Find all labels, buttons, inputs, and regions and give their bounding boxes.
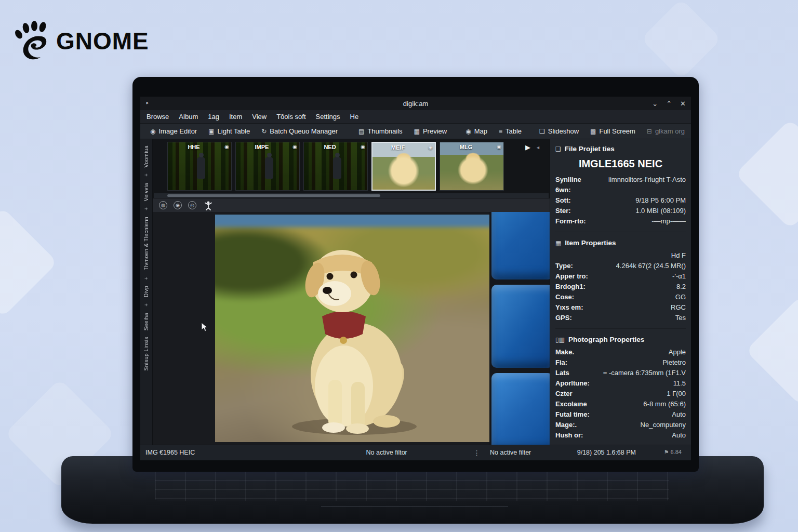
main-area: HHE ◉ IMPE ◉ NED ◉ MEIF [153, 139, 550, 445]
laptop-screen: ‣ digik:am ⌄ ⌃ ✕ Browse Album 1ag Item V… [132, 77, 699, 472]
full-screen-button[interactable]: ▩ Full Screem [586, 126, 640, 136]
map-button[interactable]: ◉ Map [461, 126, 492, 136]
item-properties-header[interactable]: ▦ Item Properties [555, 236, 686, 250]
photograph-properties-title: Photograph Properties [568, 336, 644, 343]
property-label: Excolaıne [555, 400, 587, 408]
menu-browse[interactable]: Browse [147, 113, 169, 121]
property-label: Type: [555, 262, 573, 270]
property-row: Mage:. Ne_computeny [555, 419, 686, 430]
puppy-illustration [215, 215, 489, 442]
thumbnail-ned[interactable]: NED ◉ [303, 142, 368, 191]
menu-bar: Browse Album 1ag Item View Tōols soft Se… [140, 110, 691, 124]
file-properties-header[interactable]: ❑ File Projiet ties [555, 142, 686, 156]
property-value: 1 Г(00 [667, 390, 686, 397]
rotate-icon[interactable]: ◉ [174, 201, 182, 209]
slideshow-button[interactable]: ❏ Slideshow [535, 126, 583, 136]
property-row: Type: 4.264k 67(2 (24.5 MR() [555, 260, 686, 271]
sidebar-tab-2[interactable]: Veivvia [143, 183, 149, 201]
property-value: = -camera 6:735mm (1F1.V [603, 369, 686, 377]
status-filter-2[interactable]: No active filter [490, 449, 531, 456]
preview-button[interactable]: ▦ Preview [409, 126, 452, 136]
close-icon[interactable]: ✕ [680, 100, 686, 108]
slideshow-label: Slideshow [548, 127, 579, 135]
menu-help[interactable]: He [350, 113, 359, 121]
menu-album[interactable]: Album [179, 113, 198, 121]
person-figure [333, 157, 341, 179]
maximize-icon[interactable]: ⌃ [666, 100, 672, 108]
property-value: Apple [669, 348, 686, 356]
property-value: -'-α1 [672, 272, 686, 280]
menu-item[interactable]: Item [229, 113, 242, 121]
sidebar-separator: + [143, 303, 149, 307]
image-editor-button[interactable]: ◉ Image Editor [145, 126, 202, 136]
property-value: 11.5 [673, 379, 686, 387]
scrollbar-handle[interactable] [167, 194, 380, 197]
property-label: Make. [555, 348, 574, 356]
property-row: Fia: Pietetro [555, 357, 686, 367]
geolocation-icon[interactable]: ◍ [159, 201, 167, 209]
title-bar[interactable]: ‣ digik:am ⌄ ⌃ ✕ [140, 97, 691, 110]
property-row: Brdogh1: 8.2 [555, 281, 686, 291]
thumbnail-meif-selected[interactable]: MEIF ◉ [371, 142, 436, 191]
preview-toolbar: ◍ ◉ ◎ [153, 198, 550, 212]
property-value: 4.264k 67(2 (24.5 MR() [616, 262, 686, 270]
property-label: Cose: [555, 293, 574, 301]
file-properties-icon: ❑ [555, 145, 561, 153]
sidebar-tab-5[interactable]: Seeiha [143, 313, 149, 330]
thumbnail-hhe[interactable]: HHE ◉ [167, 142, 232, 191]
next-arrow-icon[interactable]: ▶ [525, 143, 530, 151]
property-value: 8.2 [676, 283, 686, 290]
property-value: -—mp-—— [651, 217, 686, 225]
status-filter-1[interactable]: No active filtor [366, 449, 407, 456]
full-screen-label: Full Screem [599, 127, 635, 135]
sidebar-tab-3[interactable]: Tlvmoen & Tlecnienn [143, 217, 149, 270]
thumbnails-button[interactable]: ▤ Thumbnails [354, 126, 407, 136]
property-value: Auto [672, 431, 686, 439]
photograph-properties-header[interactable]: ▯▥ Photograph Properties [555, 333, 686, 347]
sidebar-tab-4[interactable]: Divp [143, 286, 149, 297]
property-label: Aporltune: [555, 379, 590, 387]
table-button[interactable]: ≡ Table [494, 126, 526, 136]
menu-tools[interactable]: Tōols soft [276, 113, 305, 121]
face-scan-icon[interactable] [203, 201, 214, 209]
thumbnails-label: Thumbnails [367, 127, 402, 135]
batch-queue-button[interactable]: ↻ Batch Queuo Manager [257, 126, 342, 136]
property-row: Aporltune: 11.5 [555, 378, 686, 388]
thumbnail-label: IMPE [236, 144, 288, 150]
property-label: Lats [555, 369, 569, 377]
digikam-org-button[interactable]: ⊟ glkam org [642, 126, 689, 136]
blue-cubes-panel [489, 212, 550, 445]
sidebar-separator: + [143, 207, 149, 210]
sidebar-separator: + [143, 174, 149, 177]
property-row: Yıxs em: RGC [555, 302, 686, 312]
light-table-button[interactable]: ▣ Light Table [204, 126, 255, 136]
digikam-window: ‣ digik:am ⌄ ⌃ ✕ Browse Album 1ag Item V… [140, 97, 691, 460]
properties-panel: ❑ File Projiet ties IMGLE1665 NEIC Synll… [550, 139, 691, 445]
table-label: Table [506, 127, 522, 135]
property-value: Tes [675, 314, 686, 322]
slideshow-icon: ❏ [539, 128, 545, 135]
preview-canvas[interactable] [153, 212, 550, 445]
batch-queue-icon: ↻ [261, 128, 267, 135]
horizontal-scrollbar[interactable] [154, 193, 549, 198]
tag-icon[interactable]: ◎ [188, 201, 196, 209]
digikam-org-icon: ⊟ [647, 128, 652, 135]
thumbnail-impe[interactable]: IMPE ◉ [235, 142, 300, 191]
sidebar-tab-6[interactable]: Snisup Linsis [143, 337, 149, 370]
thumbnail-mlg[interactable]: MLG ◉ [440, 142, 504, 191]
menu-view[interactable]: View [252, 113, 267, 121]
light-table-label: Light Table [218, 127, 250, 135]
menu-tag[interactable]: 1ag [208, 113, 219, 121]
minimize-icon[interactable]: ⌄ [652, 100, 658, 108]
flag-icon: ⚑ [664, 449, 669, 455]
prev-arrow-icon[interactable]: ◄ [536, 145, 540, 150]
menu-settings[interactable]: Settings [316, 113, 340, 121]
status-divider-icon: ⋮ [473, 449, 480, 457]
sidebar-tab-1[interactable]: Voomiua [143, 145, 149, 167]
window-controls: ⌄ ⌃ ✕ [652, 100, 686, 108]
status-zoom: ⚑ 6.84 [664, 449, 682, 456]
thumbnail-label: NED [304, 144, 356, 150]
property-row: Hush or: Auto [555, 430, 686, 440]
thumbnail-badge-icon: ◉ [292, 144, 297, 150]
photograph-properties-icon: ▯▥ [555, 336, 565, 343]
